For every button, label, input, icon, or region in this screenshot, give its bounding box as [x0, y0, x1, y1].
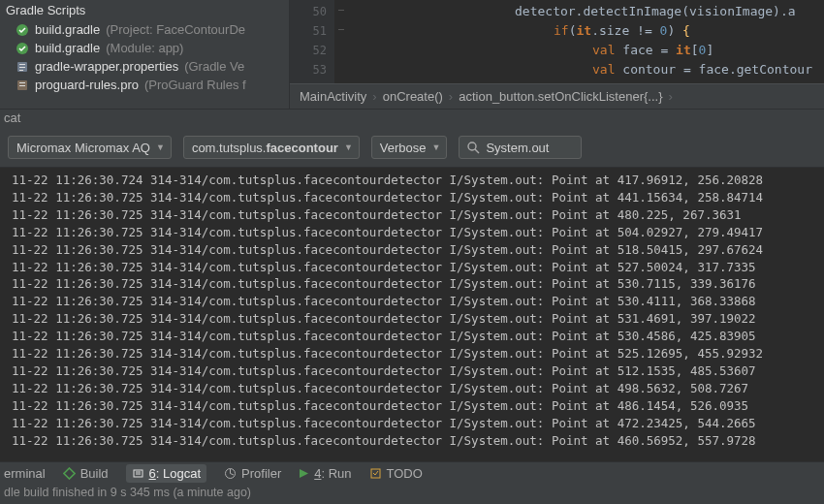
- profiler-icon: [224, 467, 237, 480]
- log-line: 11-22 11:26:30.725 314-314/com.tutsplus.…: [12, 275, 824, 293]
- build-icon: [63, 467, 76, 480]
- svg-line-16: [231, 474, 235, 476]
- package-selector[interactable]: com.tutsplus.facecontour▼: [183, 136, 360, 159]
- code-editor[interactable]: 50 51 52 53 detector.detectInImage(visio…: [289, 0, 824, 109]
- log-line: 11-22 11:26:30.725 314-314/com.tutsplus.…: [12, 345, 824, 362]
- tab-build[interactable]: Build: [63, 466, 109, 481]
- log-line: 11-22 11:26:30.725 314-314/com.tutsplus.…: [12, 397, 824, 415]
- run-icon: [299, 468, 309, 479]
- log-line: 11-22 11:26:30.725 314-314/com.tutsplus.…: [12, 206, 824, 224]
- project-tree: Gradle Scripts build.gradle (Project: Fa…: [0, 0, 289, 109]
- gradle-icon: [16, 42, 29, 55]
- code-content: detector.detectInImage(visionImage).aif(…: [350, 2, 812, 79]
- search-input[interactable]: [486, 141, 573, 155]
- log-level-selector[interactable]: Verbose▼: [371, 136, 448, 159]
- bottom-tool-tabs: erminal Build 6: Logcat Profiler 4: Run …: [0, 461, 824, 485]
- breadcrumbs[interactable]: MainActivity› onCreate()› action_button.…: [290, 83, 824, 109]
- tree-item-proguard[interactable]: proguard-rules.pro (ProGuard Rules f: [4, 76, 285, 94]
- tree-header: Gradle Scripts: [4, 2, 285, 20]
- log-line: 11-22 11:26:30.725 314-314/com.tutsplus.…: [12, 259, 824, 276]
- properties-icon: [16, 60, 29, 74]
- log-line: 11-22 11:26:30.725 314-314/com.tutsplus.…: [12, 310, 824, 328]
- breadcrumb-item[interactable]: action_button.setOnClickListener{...}: [459, 89, 662, 104]
- breadcrumb-item[interactable]: onCreate(): [383, 89, 443, 104]
- tree-item-wrapper-props[interactable]: gradle-wrapper.properties (Gradle Ve: [4, 57, 285, 76]
- log-line: 11-22 11:26:30.725 314-314/com.tutsplus.…: [12, 415, 824, 432]
- tree-item-build-module[interactable]: build.gradle (Module: app): [4, 39, 285, 57]
- chevron-down-icon: ▼: [432, 142, 441, 152]
- log-line: 11-22 11:26:30.725 314-314/com.tutsplus.…: [12, 328, 824, 345]
- svg-rect-7: [19, 82, 25, 83]
- todo-icon: [369, 467, 382, 480]
- file-name: proguard-rules.pro: [35, 78, 139, 92]
- svg-point-9: [468, 142, 476, 150]
- svg-rect-3: [19, 64, 25, 65]
- panel-tab-label[interactable]: cat: [0, 109, 824, 128]
- log-line: 11-22 11:26:30.725 314-314/com.tutsplus.…: [12, 362, 824, 380]
- device-selector[interactable]: Micromax Micromax AQ▼: [8, 136, 172, 159]
- log-search[interactable]: [459, 136, 582, 159]
- svg-rect-8: [19, 85, 25, 86]
- tab-profiler[interactable]: Profiler: [224, 466, 281, 481]
- status-bar: dle build finished in 9 s 345 ms (a minu…: [0, 485, 824, 504]
- file-name: build.gradle: [35, 41, 100, 55]
- log-line: 11-22 11:26:30.725 314-314/com.tutsplus.…: [12, 189, 824, 206]
- tab-logcat[interactable]: 6: Logcat: [126, 464, 207, 483]
- log-line: 11-22 11:26:30.725 314-314/com.tutsplus.…: [12, 380, 824, 397]
- log-line: 11-22 11:26:30.725 314-314/com.tutsplus.…: [12, 224, 824, 241]
- tree-item-build-project[interactable]: build.gradle (Project: FaceContourDe: [4, 20, 285, 39]
- svg-line-10: [475, 149, 479, 153]
- log-line: 11-22 11:26:30.725 314-314/com.tutsplus.…: [12, 241, 824, 259]
- log-line: 11-22 11:26:30.725 314-314/com.tutsplus.…: [12, 293, 824, 310]
- tab-todo[interactable]: TODO: [369, 466, 423, 481]
- chevron-down-icon: ▼: [344, 142, 353, 152]
- tab-run[interactable]: 4: Run: [299, 466, 351, 481]
- file-name: gradle-wrapper.properties: [35, 59, 178, 74]
- svg-rect-5: [19, 70, 23, 71]
- logcat-icon: [132, 467, 144, 480]
- log-line: 11-22 11:26:30.725 314-314/com.tutsplus.…: [12, 432, 824, 450]
- logcat-toolbar: Micromax Micromax AQ▼ com.tutsplus.facec…: [0, 128, 824, 168]
- file-name: build.gradle: [35, 22, 100, 37]
- svg-rect-4: [19, 67, 25, 68]
- log-output[interactable]: 11-22 11:26:30.724 314-314/com.tutsplus.…: [0, 168, 824, 461]
- gradle-icon: [16, 23, 29, 37]
- log-line: 11-22 11:26:30.724 314-314/com.tutsplus.…: [12, 172, 824, 189]
- chevron-down-icon: ▼: [156, 142, 165, 152]
- breadcrumb-item[interactable]: MainActivity: [300, 89, 366, 104]
- search-icon: [467, 142, 480, 154]
- tab-terminal[interactable]: erminal: [4, 466, 46, 481]
- proguard-icon: [16, 79, 29, 92]
